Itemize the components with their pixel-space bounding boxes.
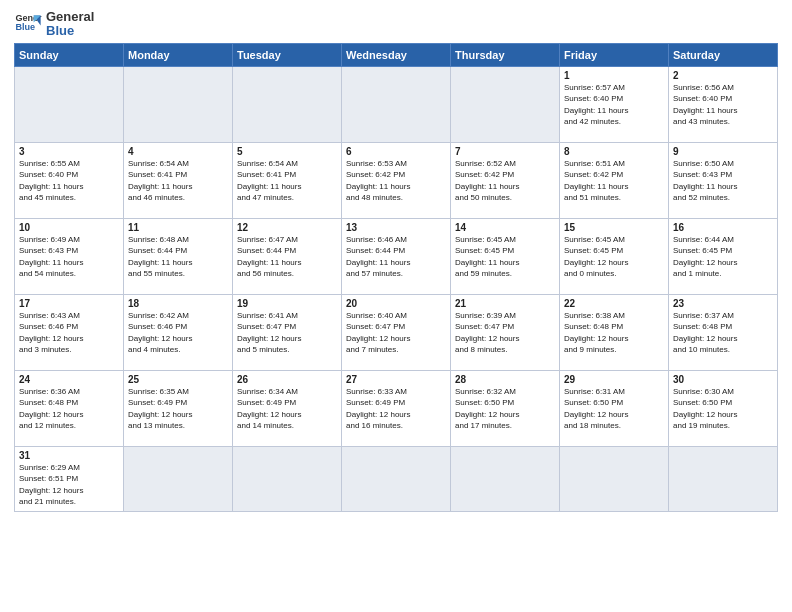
day-info: Sunrise: 6:35 AM Sunset: 6:49 PM Dayligh… — [128, 386, 228, 432]
calendar-cell: 28Sunrise: 6:32 AM Sunset: 6:50 PM Dayli… — [451, 370, 560, 446]
day-number: 30 — [673, 374, 773, 385]
calendar-cell: 16Sunrise: 6:44 AM Sunset: 6:45 PM Dayli… — [669, 218, 778, 294]
day-number: 6 — [346, 146, 446, 157]
calendar-cell — [124, 446, 233, 511]
calendar-week-row: 31Sunrise: 6:29 AM Sunset: 6:51 PM Dayli… — [15, 446, 778, 511]
day-info: Sunrise: 6:36 AM Sunset: 6:48 PM Dayligh… — [19, 386, 119, 432]
calendar-day-header: Wednesday — [342, 43, 451, 66]
calendar-day-header: Thursday — [451, 43, 560, 66]
calendar-cell: 13Sunrise: 6:46 AM Sunset: 6:44 PM Dayli… — [342, 218, 451, 294]
day-number: 9 — [673, 146, 773, 157]
calendar-cell: 1Sunrise: 6:57 AM Sunset: 6:40 PM Daylig… — [560, 66, 669, 142]
day-number: 15 — [564, 222, 664, 233]
calendar-cell — [233, 446, 342, 511]
logo-general: General — [46, 10, 94, 24]
day-number: 24 — [19, 374, 119, 385]
day-info: Sunrise: 6:52 AM Sunset: 6:42 PM Dayligh… — [455, 158, 555, 204]
day-info: Sunrise: 6:51 AM Sunset: 6:42 PM Dayligh… — [564, 158, 664, 204]
day-info: Sunrise: 6:42 AM Sunset: 6:46 PM Dayligh… — [128, 310, 228, 356]
day-info: Sunrise: 6:57 AM Sunset: 6:40 PM Dayligh… — [564, 82, 664, 128]
svg-text:Blue: Blue — [15, 23, 35, 33]
calendar-week-row: 24Sunrise: 6:36 AM Sunset: 6:48 PM Dayli… — [15, 370, 778, 446]
day-info: Sunrise: 6:53 AM Sunset: 6:42 PM Dayligh… — [346, 158, 446, 204]
day-info: Sunrise: 6:34 AM Sunset: 6:49 PM Dayligh… — [237, 386, 337, 432]
day-info: Sunrise: 6:39 AM Sunset: 6:47 PM Dayligh… — [455, 310, 555, 356]
day-info: Sunrise: 6:29 AM Sunset: 6:51 PM Dayligh… — [19, 462, 119, 508]
calendar-header-row: SundayMondayTuesdayWednesdayThursdayFrid… — [15, 43, 778, 66]
calendar-cell — [342, 66, 451, 142]
logo-icon: General Blue — [14, 10, 42, 38]
day-number: 26 — [237, 374, 337, 385]
day-info: Sunrise: 6:54 AM Sunset: 6:41 PM Dayligh… — [237, 158, 337, 204]
calendar-cell — [15, 66, 124, 142]
day-info: Sunrise: 6:31 AM Sunset: 6:50 PM Dayligh… — [564, 386, 664, 432]
calendar-week-row: 1Sunrise: 6:57 AM Sunset: 6:40 PM Daylig… — [15, 66, 778, 142]
day-number: 11 — [128, 222, 228, 233]
logo: General Blue General Blue — [14, 10, 94, 39]
calendar-cell: 7Sunrise: 6:52 AM Sunset: 6:42 PM Daylig… — [451, 142, 560, 218]
day-number: 14 — [455, 222, 555, 233]
day-info: Sunrise: 6:45 AM Sunset: 6:45 PM Dayligh… — [564, 234, 664, 280]
calendar-cell: 9Sunrise: 6:50 AM Sunset: 6:43 PM Daylig… — [669, 142, 778, 218]
day-number: 27 — [346, 374, 446, 385]
calendar-cell: 25Sunrise: 6:35 AM Sunset: 6:49 PM Dayli… — [124, 370, 233, 446]
calendar-cell: 30Sunrise: 6:30 AM Sunset: 6:50 PM Dayli… — [669, 370, 778, 446]
header-row: General Blue General Blue — [14, 10, 778, 39]
day-info: Sunrise: 6:47 AM Sunset: 6:44 PM Dayligh… — [237, 234, 337, 280]
day-number: 16 — [673, 222, 773, 233]
calendar-cell: 4Sunrise: 6:54 AM Sunset: 6:41 PM Daylig… — [124, 142, 233, 218]
day-number: 25 — [128, 374, 228, 385]
calendar-cell: 14Sunrise: 6:45 AM Sunset: 6:45 PM Dayli… — [451, 218, 560, 294]
day-info: Sunrise: 6:55 AM Sunset: 6:40 PM Dayligh… — [19, 158, 119, 204]
calendar-cell: 11Sunrise: 6:48 AM Sunset: 6:44 PM Dayli… — [124, 218, 233, 294]
day-info: Sunrise: 6:46 AM Sunset: 6:44 PM Dayligh… — [346, 234, 446, 280]
day-info: Sunrise: 6:33 AM Sunset: 6:49 PM Dayligh… — [346, 386, 446, 432]
day-number: 5 — [237, 146, 337, 157]
calendar-cell: 2Sunrise: 6:56 AM Sunset: 6:40 PM Daylig… — [669, 66, 778, 142]
calendar-cell: 19Sunrise: 6:41 AM Sunset: 6:47 PM Dayli… — [233, 294, 342, 370]
day-number: 18 — [128, 298, 228, 309]
day-number: 22 — [564, 298, 664, 309]
day-info: Sunrise: 6:49 AM Sunset: 6:43 PM Dayligh… — [19, 234, 119, 280]
calendar-cell: 6Sunrise: 6:53 AM Sunset: 6:42 PM Daylig… — [342, 142, 451, 218]
day-number: 8 — [564, 146, 664, 157]
calendar-cell: 27Sunrise: 6:33 AM Sunset: 6:49 PM Dayli… — [342, 370, 451, 446]
calendar-cell: 17Sunrise: 6:43 AM Sunset: 6:46 PM Dayli… — [15, 294, 124, 370]
calendar-day-header: Saturday — [669, 43, 778, 66]
calendar-cell — [451, 66, 560, 142]
calendar-day-header: Sunday — [15, 43, 124, 66]
day-info: Sunrise: 6:54 AM Sunset: 6:41 PM Dayligh… — [128, 158, 228, 204]
logo-blue: Blue — [46, 24, 94, 38]
day-info: Sunrise: 6:44 AM Sunset: 6:45 PM Dayligh… — [673, 234, 773, 280]
day-number: 31 — [19, 450, 119, 461]
day-info: Sunrise: 6:43 AM Sunset: 6:46 PM Dayligh… — [19, 310, 119, 356]
day-info: Sunrise: 6:48 AM Sunset: 6:44 PM Dayligh… — [128, 234, 228, 280]
calendar-cell: 10Sunrise: 6:49 AM Sunset: 6:43 PM Dayli… — [15, 218, 124, 294]
calendar-week-row: 3Sunrise: 6:55 AM Sunset: 6:40 PM Daylig… — [15, 142, 778, 218]
calendar-cell: 12Sunrise: 6:47 AM Sunset: 6:44 PM Dayli… — [233, 218, 342, 294]
calendar-cell: 29Sunrise: 6:31 AM Sunset: 6:50 PM Dayli… — [560, 370, 669, 446]
day-number: 10 — [19, 222, 119, 233]
day-info: Sunrise: 6:32 AM Sunset: 6:50 PM Dayligh… — [455, 386, 555, 432]
calendar-cell: 26Sunrise: 6:34 AM Sunset: 6:49 PM Dayli… — [233, 370, 342, 446]
day-info: Sunrise: 6:56 AM Sunset: 6:40 PM Dayligh… — [673, 82, 773, 128]
day-number: 13 — [346, 222, 446, 233]
day-info: Sunrise: 6:41 AM Sunset: 6:47 PM Dayligh… — [237, 310, 337, 356]
calendar-cell: 23Sunrise: 6:37 AM Sunset: 6:48 PM Dayli… — [669, 294, 778, 370]
calendar-cell — [233, 66, 342, 142]
day-info: Sunrise: 6:30 AM Sunset: 6:50 PM Dayligh… — [673, 386, 773, 432]
calendar-cell: 20Sunrise: 6:40 AM Sunset: 6:47 PM Dayli… — [342, 294, 451, 370]
day-number: 1 — [564, 70, 664, 81]
calendar-body: 1Sunrise: 6:57 AM Sunset: 6:40 PM Daylig… — [15, 66, 778, 511]
day-info: Sunrise: 6:40 AM Sunset: 6:47 PM Dayligh… — [346, 310, 446, 356]
calendar-cell — [451, 446, 560, 511]
calendar-cell: 21Sunrise: 6:39 AM Sunset: 6:47 PM Dayli… — [451, 294, 560, 370]
day-number: 12 — [237, 222, 337, 233]
calendar-week-row: 17Sunrise: 6:43 AM Sunset: 6:46 PM Dayli… — [15, 294, 778, 370]
day-number: 21 — [455, 298, 555, 309]
calendar-cell: 18Sunrise: 6:42 AM Sunset: 6:46 PM Dayli… — [124, 294, 233, 370]
page-container: General Blue General Blue SundayMondayTu… — [0, 0, 792, 520]
day-number: 19 — [237, 298, 337, 309]
day-number: 17 — [19, 298, 119, 309]
calendar-cell: 15Sunrise: 6:45 AM Sunset: 6:45 PM Dayli… — [560, 218, 669, 294]
